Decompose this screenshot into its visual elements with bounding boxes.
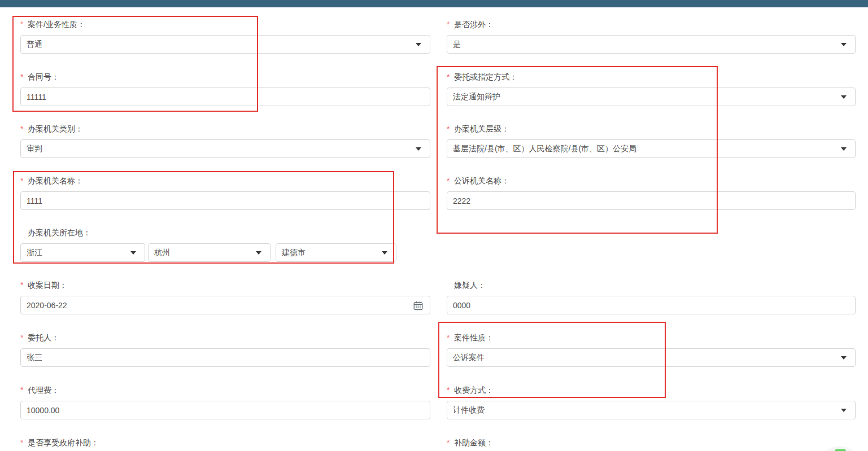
field-case-business-nature: *案件/业务性质： 普通: [20, 20, 430, 54]
required-asterisk: *: [447, 176, 451, 185]
chevron-down-icon: [841, 356, 847, 360]
foreign-related-select[interactable]: 是: [447, 35, 856, 54]
top-navigation-bar: [0, 0, 868, 7]
field-label-row: 嫌疑人：: [447, 281, 856, 290]
agency-location-select-group: 浙江 杭州 建德市: [20, 243, 430, 262]
field-label-row: *办案机关名称：: [20, 176, 430, 185]
field-agency-fee: *代理费： 10000.00: [20, 386, 430, 419]
input-value: 1111: [27, 196, 42, 205]
required-asterisk: *: [20, 333, 25, 342]
floating-action-button-peek[interactable]: [818, 447, 861, 451]
suspect-input[interactable]: 0000: [447, 296, 856, 314]
selected-value: 法定通知辩护: [453, 92, 500, 102]
field-entrust-method: *委托或指定方式： 法定通知辩护: [447, 72, 856, 106]
chevron-down-icon: [416, 43, 421, 46]
field-label: 案件/业务性质：: [28, 20, 85, 29]
field-agency-name: *办案机关名称： 1111: [20, 176, 430, 210]
client-input[interactable]: 张三: [20, 348, 430, 367]
field-label: 办案机关层级：: [454, 124, 509, 133]
agency-level-select[interactable]: 基层法院/县(市、区）人民检察院/县(市、区）公安局: [447, 139, 856, 158]
input-value: 11111: [27, 93, 46, 102]
field-case-nature: *案件性质： 公诉案件: [447, 333, 856, 367]
required-asterisk: *: [447, 438, 451, 447]
field-contract-number: *合同号： 11111: [20, 72, 430, 106]
required-asterisk: *: [447, 333, 451, 342]
field-label: 是否享受政府补助：: [28, 438, 99, 447]
case-nature-select[interactable]: 公诉案件: [447, 348, 856, 367]
field-fee-method: *收费方式： 计件收费: [447, 386, 856, 419]
required-asterisk: *: [20, 386, 25, 395]
required-asterisk: *: [20, 176, 25, 185]
chevron-down-icon: [382, 251, 387, 255]
field-agency-category: *办案机关类别： 审判: [20, 124, 430, 158]
required-asterisk: *: [20, 281, 25, 290]
city-select[interactable]: 杭州: [148, 243, 271, 262]
required-asterisk: *: [20, 124, 25, 133]
field-label-row: *办案机关类别：: [20, 124, 430, 133]
field-label-row: *是否涉外：: [447, 20, 856, 29]
field-label: 办案机关所在地：: [28, 228, 91, 237]
required-asterisk: *: [447, 20, 451, 29]
field-label: 代理费：: [28, 386, 59, 395]
selected-value: 审判: [27, 144, 42, 154]
province-select[interactable]: 浙江: [20, 243, 145, 262]
field-label-row: *是否享受政府补助：: [20, 438, 430, 447]
entrust-method-select[interactable]: 法定通知辩护: [447, 87, 856, 106]
field-label: 补助金额：: [454, 438, 494, 447]
agency-category-select[interactable]: 审判: [20, 139, 430, 158]
chevron-down-icon: [841, 409, 847, 412]
agency-name-input[interactable]: 1111: [20, 191, 430, 210]
field-label: 办案机关类别：: [28, 124, 83, 133]
selected-value: 建德市: [282, 248, 306, 258]
field-label-row: *收案日期：: [20, 281, 430, 290]
selected-value: 是: [453, 40, 461, 50]
input-value: 2020-06-22: [27, 301, 67, 310]
chevron-down-icon: [841, 95, 847, 99]
chevron-down-icon: [841, 43, 847, 46]
selected-value: 计件收费: [453, 405, 485, 415]
required-asterisk: *: [447, 386, 451, 395]
calendar-icon[interactable]: [413, 301, 423, 312]
selected-value: 基层法院/县(市、区）人民检察院/县(市、区）公安局: [453, 144, 636, 154]
field-label-row: *补助金额：: [447, 438, 856, 447]
selected-value: 普通: [27, 40, 42, 50]
fee-method-select[interactable]: 计件收费: [447, 401, 856, 419]
case-receipt-date-input[interactable]: 2020-06-22: [20, 296, 430, 314]
district-select[interactable]: 建德市: [276, 243, 396, 262]
input-value: 张三: [27, 353, 42, 363]
selected-value: 杭州: [154, 248, 170, 258]
chevron-down-icon: [130, 251, 136, 255]
field-label-row: *委托人：: [20, 333, 430, 342]
field-prosecution-agency-name: *公诉机关名称： 2222: [447, 176, 856, 210]
field-label: 案件性质：: [454, 333, 494, 342]
contract-number-input[interactable]: 11111: [20, 87, 430, 106]
chevron-down-icon: [416, 147, 421, 151]
input-value: 10000.00: [27, 406, 59, 415]
input-value: 2222: [453, 196, 470, 205]
required-asterisk: *: [447, 72, 451, 81]
field-label-row: *案件性质：: [447, 333, 856, 342]
field-label: 是否涉外：: [454, 20, 494, 29]
field-label-row: *公诉机关名称：: [447, 176, 856, 185]
field-suspect: 嫌疑人： 0000: [447, 281, 856, 314]
field-label-row: *办案机关层级：: [447, 124, 856, 133]
field-label: 收费方式：: [454, 386, 494, 395]
field-label-row: *收费方式：: [447, 386, 856, 395]
required-asterisk: *: [20, 438, 25, 447]
chevron-down-icon: [256, 251, 261, 255]
prosecution-agency-name-input[interactable]: 2222: [447, 191, 856, 210]
field-label: 合同号：: [28, 72, 59, 81]
field-agency-location: 办案机关所在地： 浙江 杭州 建德市: [20, 228, 430, 262]
field-label: 收案日期：: [28, 281, 67, 290]
field-label: 委托人：: [28, 333, 59, 342]
agency-fee-input[interactable]: 10000.00: [20, 401, 430, 419]
selected-value: 浙江: [27, 248, 42, 258]
field-subsidy-amount: *补助金额：: [447, 438, 856, 447]
field-label: 办案机关名称：: [28, 176, 83, 185]
input-value: 0000: [453, 301, 470, 310]
field-label-row: *代理费：: [20, 386, 430, 395]
field-label: 嫌疑人：: [454, 281, 486, 290]
case-business-nature-select[interactable]: 普通: [20, 35, 430, 54]
field-label-row: 办案机关所在地：: [20, 228, 430, 237]
selected-value: 公诉案件: [453, 353, 485, 363]
